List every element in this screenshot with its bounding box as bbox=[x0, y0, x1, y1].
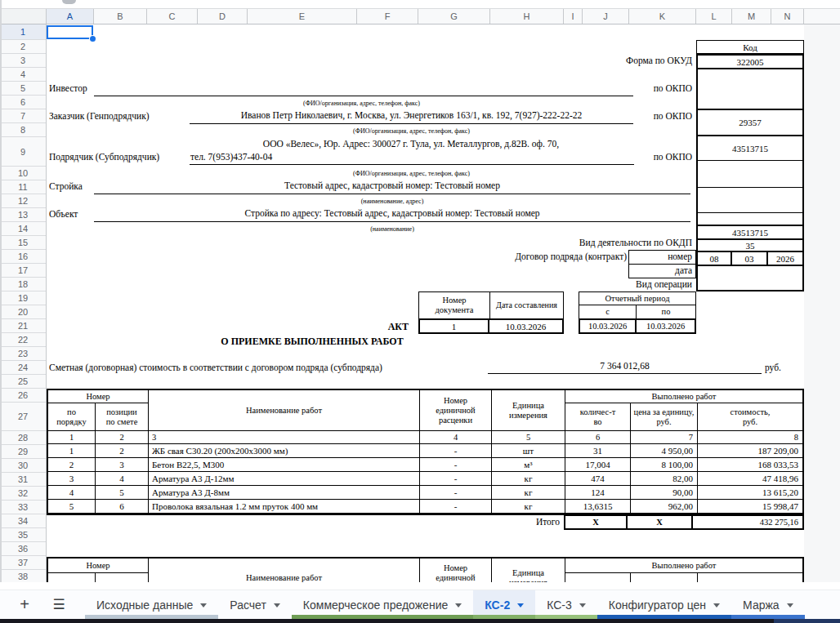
table-cell[interactable]: 3 bbox=[96, 458, 149, 472]
empty-cell[interactable] bbox=[698, 212, 802, 225]
row-header-23[interactable]: 23 bbox=[0, 347, 46, 361]
table-cell[interactable]: 2 bbox=[96, 431, 149, 444]
row-header-22[interactable]: 22 bbox=[0, 333, 46, 347]
column-header-G[interactable]: G bbox=[418, 9, 490, 24]
row-header-33[interactable]: 33 bbox=[0, 501, 46, 514]
period-header[interactable]: Отчетный период bbox=[579, 292, 695, 305]
table-cell[interactable]: 15 998,47 bbox=[698, 500, 802, 514]
okpo-label-zakazchik[interactable]: по ОКПО bbox=[583, 110, 692, 122]
row-header-31[interactable]: 31 bbox=[0, 473, 46, 487]
row-header-5[interactable]: 5 bbox=[0, 82, 46, 96]
okpo-label-investor[interactable]: по ОКПО bbox=[583, 82, 692, 95]
column-header-B[interactable]: B bbox=[94, 9, 147, 24]
date-month-cell[interactable]: 03 bbox=[731, 252, 766, 265]
kod-header-cell[interactable]: Код bbox=[696, 40, 804, 54]
row-header-25[interactable]: 25 bbox=[0, 375, 46, 389]
okpo-label-podryadchik[interactable]: по ОКПО bbox=[583, 151, 692, 163]
row-header-2[interactable]: 2 bbox=[0, 40, 46, 54]
th2-nomer-rascenki[interactable]: Номер единичной расценки bbox=[420, 558, 492, 582]
podryadchik-label[interactable]: Подрядчик (Субподрядчик) bbox=[49, 151, 159, 163]
sheet-tab-исходные-данные[interactable]: Исходные данные bbox=[85, 590, 218, 619]
itogo-label[interactable]: Итого bbox=[398, 516, 560, 528]
th-stoimost[interactable]: стоимость, руб. bbox=[698, 403, 802, 431]
table-cell[interactable]: 1 bbox=[48, 431, 96, 444]
column-header-K[interactable]: K bbox=[629, 9, 696, 24]
row-header-17[interactable]: 17 bbox=[0, 264, 46, 278]
row-header-34[interactable]: 34 bbox=[0, 514, 46, 528]
table-cell[interactable]: 962,00 bbox=[631, 500, 698, 514]
all-sheets-menu-button[interactable]: ☰ bbox=[42, 590, 75, 619]
table-cell[interactable]: м³ bbox=[492, 458, 565, 472]
th-vypolneno[interactable]: Выполнено работ bbox=[565, 390, 802, 403]
row-header-20[interactable]: 20 bbox=[0, 305, 46, 319]
chevron-down-icon[interactable] bbox=[455, 603, 462, 607]
sheet-tab-коммерческое-предожение[interactable]: Коммерческое предожение bbox=[292, 590, 473, 619]
investor-label[interactable]: Инвестор bbox=[49, 82, 87, 95]
table-cell[interactable]: 13 615,20 bbox=[698, 486, 802, 500]
akt-label[interactable]: АКТ bbox=[327, 321, 409, 333]
stroyka-label[interactable]: Стройка bbox=[49, 180, 83, 193]
okpo-podryadchik-cell[interactable]: 43513715 bbox=[698, 135, 802, 160]
dogovor-label[interactable]: Договор подряда (контракт) bbox=[390, 251, 627, 263]
table-cell[interactable]: 4 950,00 bbox=[631, 444, 698, 458]
row-header-30[interactable]: 30 bbox=[0, 459, 46, 473]
th2-empty[interactable] bbox=[698, 573, 802, 582]
table-cell[interactable]: 17,004 bbox=[565, 458, 631, 472]
sheet-tab-кс-2[interactable]: КС-2 bbox=[473, 590, 535, 619]
sheet-tab-маржа[interactable]: Маржа bbox=[731, 590, 805, 619]
okpo-investor-cell[interactable] bbox=[698, 68, 802, 109]
column-header-E[interactable]: E bbox=[248, 9, 357, 24]
row-header-35[interactable]: 35 bbox=[0, 528, 46, 542]
table-cell[interactable]: - bbox=[420, 486, 492, 500]
column-header-F[interactable]: F bbox=[357, 9, 418, 24]
table-cell[interactable]: 31 bbox=[565, 444, 631, 458]
row-header-28[interactable]: 28 bbox=[0, 431, 46, 445]
period-from-cell[interactable]: 10.03.2026 bbox=[580, 320, 637, 332]
smeta-currency[interactable]: руб. bbox=[765, 362, 781, 374]
doc-date-header[interactable]: Дата составления bbox=[490, 292, 563, 318]
row-header-36[interactable]: 36 bbox=[0, 542, 46, 556]
row-header-7[interactable]: 7 bbox=[0, 109, 46, 123]
row-header-37[interactable]: 37 bbox=[0, 556, 46, 570]
th2-vypolneno[interactable]: Выполнено работ bbox=[565, 558, 802, 573]
row-header-26[interactable]: 26 bbox=[0, 389, 46, 403]
table-cell[interactable]: 4 bbox=[96, 472, 149, 486]
th2-nomer[interactable]: Номер bbox=[48, 558, 149, 573]
column-header-M[interactable]: M bbox=[732, 9, 771, 24]
table-cell[interactable]: 6 bbox=[96, 500, 149, 514]
row-header-14[interactable]: 14 bbox=[0, 222, 46, 236]
th-po-poryadku[interactable]: по порядку bbox=[48, 403, 96, 431]
contract-number-cell[interactable]: 35 bbox=[698, 238, 802, 251]
table-cell[interactable]: Бетон В22,5, М300 bbox=[149, 458, 420, 472]
sheet-grid[interactable]: Код 322005 29357 43513715 43513715 35 08… bbox=[47, 24, 804, 582]
table-cell[interactable]: 13,6315 bbox=[565, 500, 631, 514]
okdp-value-cell[interactable]: 43513715 bbox=[698, 225, 802, 238]
doc-date-cell[interactable]: 10.03.2026 bbox=[489, 320, 562, 332]
table-cell[interactable]: шт bbox=[492, 444, 565, 458]
table-cell[interactable]: 4 bbox=[48, 486, 96, 500]
select-all-corner[interactable] bbox=[0, 9, 47, 24]
row-header-12[interactable]: 12 bbox=[0, 194, 46, 208]
table-cell[interactable]: 5 bbox=[492, 431, 565, 444]
row-header-10[interactable]: 10 bbox=[0, 167, 46, 180]
add-sheet-button[interactable]: + bbox=[7, 590, 42, 619]
row-header-29[interactable]: 29 bbox=[0, 445, 46, 459]
row-header-38[interactable]: 38 bbox=[0, 570, 46, 582]
th-nomer-rascenki[interactable]: Номер единичной расценки bbox=[420, 390, 492, 431]
okdp-label[interactable]: Вид деятельности по ОКДП bbox=[414, 237, 692, 249]
column-header-L[interactable]: L bbox=[696, 9, 732, 24]
table-cell[interactable]: 8 bbox=[698, 431, 802, 444]
itogo-total-cell[interactable]: 432 275,16 bbox=[693, 516, 802, 528]
table-cell[interactable]: 474 bbox=[565, 472, 631, 486]
vid-operacii-label[interactable]: Вид операции bbox=[414, 278, 692, 291]
zakazchik-label[interactable]: Заказчик (Генподрядчик) bbox=[49, 110, 150, 122]
th-edinica[interactable]: Единица измерения bbox=[492, 390, 565, 431]
akt-title[interactable]: О ПРИЕМКЕ ВЫПОЛНЕННЫХ РАБОТ bbox=[153, 336, 471, 348]
podryadchik-value-line2[interactable]: тел. 7(953)437-40-04 bbox=[190, 151, 634, 165]
row-header-32[interactable]: 32 bbox=[0, 487, 46, 501]
table-cell[interactable]: 7 bbox=[631, 431, 698, 444]
empty-cell[interactable] bbox=[698, 187, 802, 212]
table-cell[interactable]: 168 033,53 bbox=[698, 458, 802, 472]
zakazchik-value[interactable]: Иванов Петр Николаевич, г. Москва, ул. Э… bbox=[190, 109, 633, 124]
chevron-down-icon[interactable] bbox=[517, 603, 524, 607]
